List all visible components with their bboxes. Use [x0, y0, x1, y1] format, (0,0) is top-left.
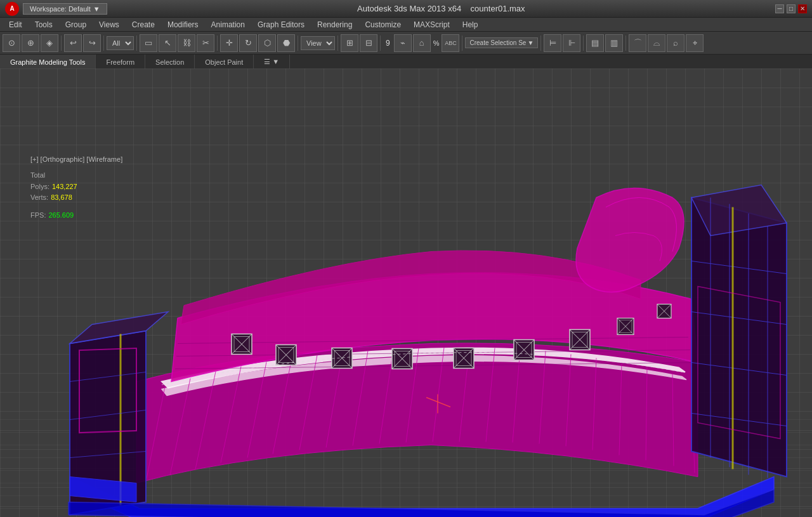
toolbar-separator [337, 36, 338, 51]
tool-unlink-icon[interactable]: ✂ [197, 34, 214, 52]
tool-select3-icon[interactable]: ◈ [41, 34, 58, 52]
minimize-button[interactable]: ─ [775, 4, 784, 13]
toolbar-separator [136, 36, 137, 51]
tool-redo-icon[interactable]: ↪ [83, 34, 101, 52]
tool-rotate-icon[interactable]: ↻ [239, 34, 257, 52]
tool-named-sel1[interactable]: ⊨ [544, 34, 561, 52]
tool-axis-icon[interactable]: ⊟ [360, 34, 377, 52]
toolbar-separator [298, 36, 298, 51]
toolbar-separator [462, 36, 462, 51]
toolbar-separator [625, 36, 626, 51]
tool-curve3-icon[interactable]: ⌕ [667, 34, 684, 52]
tool-layer-icon[interactable]: ▤ [586, 34, 604, 52]
viewport[interactable]: [+] [Orthographic] [Wireframe] Total Pol… [0, 69, 812, 517]
toolbar-separator [103, 36, 104, 51]
graphite-tab-extra[interactable]: ☰ ▼ [254, 55, 290, 69]
toolbar-separator [540, 36, 541, 51]
tool-key1-icon[interactable]: ⌁ [394, 34, 412, 52]
tool-key2-icon[interactable]: ⌂ [413, 34, 431, 52]
graphite-tab-modeling[interactable]: Graphite Modeling Tools [0, 55, 96, 69]
menu-bar: Edit Tools Group Views Create Modifiers … [0, 18, 812, 32]
create-selection-dropdown[interactable]: Create Selection Se ▼ [465, 37, 538, 48]
menu-animation[interactable]: Animation [205, 19, 251, 30]
toolbar-separator [380, 36, 381, 51]
maximize-button[interactable]: □ [787, 4, 796, 13]
toolbar-separator [61, 36, 62, 51]
tool-abc-icon[interactable]: ABC [442, 34, 459, 52]
menu-modifiers[interactable]: Modifiers [161, 19, 205, 30]
tool-layer2-icon[interactable]: ▥ [605, 34, 623, 52]
workspace-selector[interactable]: Workspace: Default ▼ [23, 3, 107, 15]
app-title: Autodesk 3ds Max 2013 x64 counter01.max [107, 4, 775, 13]
menu-help[interactable]: Help [456, 19, 485, 30]
menu-tools[interactable]: Tools [29, 19, 59, 30]
graphite-toolbar: Graphite Modeling Tools Freeform Selecti… [0, 55, 812, 70]
tool-named-sel2[interactable]: ⊩ [563, 34, 580, 52]
toolbar-separator [217, 36, 218, 51]
tool-move-icon[interactable]: ✛ [220, 34, 238, 52]
app-logo: A [5, 2, 19, 16]
graphite-tab-object-paint[interactable]: Object Paint [195, 55, 254, 69]
menu-graph-editors[interactable]: Graph Editors [251, 19, 311, 30]
tool-select2-icon[interactable]: ⊕ [22, 34, 39, 52]
key-count: 9 [383, 39, 393, 48]
toolbar-separator [583, 36, 584, 51]
tool-scale-icon[interactable]: ⬡ [258, 34, 276, 52]
workspace-label: Workspace: Default [30, 5, 91, 13]
menu-edit[interactable]: Edit [3, 19, 29, 30]
tool-percent: % [432, 39, 441, 47]
tool-curve1-icon[interactable]: ⌒ [629, 34, 646, 52]
menu-views[interactable]: Views [93, 19, 126, 30]
tool-curve4-icon[interactable]: ⌖ [686, 34, 704, 52]
menu-group[interactable]: Group [59, 19, 93, 30]
main-toolbar: ⊙ ⊕ ◈ ↩ ↪ All ▭ ↖ ⛓ ✂ ✛ ↻ ⬡ ⬣ View ⊞ ⊟ 9… [0, 32, 812, 55]
menu-create[interactable]: Create [126, 19, 161, 30]
title-bar: A Workspace: Default ▼ Autodesk 3ds Max … [0, 0, 812, 18]
graphite-tab-selection[interactable]: Selection [145, 55, 195, 69]
tool-squash-icon[interactable]: ⬣ [277, 34, 295, 52]
tool-pivot-icon[interactable]: ⊞ [341, 34, 358, 52]
3d-model-viewport [0, 69, 812, 517]
view-dropdown[interactable]: View [301, 36, 335, 50]
menu-maxscript[interactable]: MAXScript [407, 19, 456, 30]
tool-link-icon[interactable]: ⛓ [178, 34, 195, 52]
tool-select-icon[interactable]: ⊙ [3, 34, 20, 52]
menu-rendering[interactable]: Rendering [311, 19, 358, 30]
tool-curve2-icon[interactable]: ⌓ [648, 34, 665, 52]
graphite-tab-freeform[interactable]: Freeform [96, 55, 145, 69]
chevron-down-icon: ▼ [93, 5, 100, 13]
tool-obj-select-icon[interactable]: ↖ [159, 34, 176, 52]
menu-customize[interactable]: Customize [358, 19, 407, 30]
tool-rect-select-icon[interactable]: ▭ [140, 34, 157, 52]
filter-dropdown[interactable]: All [107, 36, 134, 50]
close-button[interactable]: ✕ [798, 4, 807, 13]
tool-undo-icon[interactable]: ↩ [64, 34, 82, 52]
